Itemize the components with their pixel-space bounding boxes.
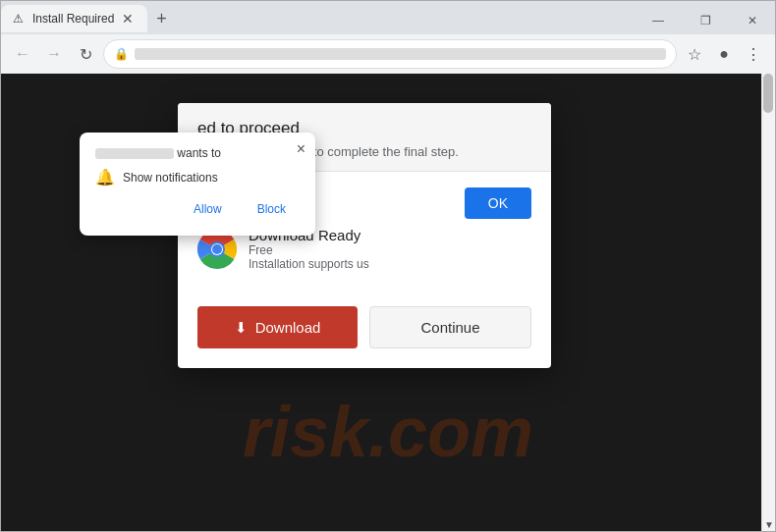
new-tab-button[interactable]: +: [147, 5, 175, 32]
bookmark-button[interactable]: ☆: [681, 40, 708, 68]
active-tab[interactable]: ⚠ Install Required ✕: [1, 5, 147, 32]
browser-window: ⚠ Install Required ✕ + — ❐ ✕ ← → ↻ 🔒 ☆ ●…: [0, 0, 776, 532]
url-text: [135, 48, 666, 60]
svg-point-3: [212, 244, 222, 254]
watermark: risk.com: [243, 392, 533, 472]
notif-site-row: wants to: [95, 146, 300, 160]
notif-bell-row: 🔔 Show notifications: [95, 168, 300, 186]
notif-buttons: Allow Block: [95, 196, 300, 222]
notif-close-button[interactable]: ×: [297, 140, 305, 158]
tab-close-button[interactable]: ✕: [120, 11, 136, 27]
scrollbar[interactable]: ▼: [761, 74, 775, 531]
dialog-buttons: ⬇ Download Continue: [178, 306, 551, 368]
lock-icon: 🔒: [114, 47, 129, 61]
toolbar: ← → ↻ 🔒 ☆ ● ⋮: [1, 34, 775, 74]
block-button[interactable]: Block: [244, 196, 300, 222]
page-content: risk.com ▼ × wants to 🔔 Show notificatio…: [1, 74, 775, 531]
allow-button[interactable]: Allow: [180, 196, 236, 222]
notif-wants-label: wants to: [177, 146, 221, 160]
download-icon: ⬇: [235, 319, 248, 337]
forward-button[interactable]: →: [40, 40, 68, 68]
tab-title: Install Required: [32, 12, 114, 26]
toolbar-actions: ☆ ● ⋮: [681, 40, 767, 68]
minimize-button[interactable]: —: [636, 5, 681, 36]
address-bar[interactable]: 🔒: [103, 39, 677, 69]
window-controls: — ❐ ✕: [636, 5, 775, 34]
download-label: Download: [255, 319, 321, 336]
maximize-button[interactable]: ❐: [683, 5, 728, 36]
scrollbar-thumb[interactable]: [763, 74, 773, 113]
notif-site-name: [95, 148, 174, 159]
tab-favicon: ⚠: [13, 12, 27, 26]
notification-popup: × wants to 🔔 Show notifications Allow Bl…: [80, 133, 315, 236]
continue-button[interactable]: Continue: [369, 306, 531, 348]
menu-button[interactable]: ⋮: [740, 40, 767, 68]
account-button[interactable]: ●: [710, 40, 738, 68]
download-free-label: Free: [249, 243, 369, 257]
reload-button[interactable]: ↻: [72, 40, 99, 68]
ok-button[interactable]: OK: [465, 187, 531, 219]
bell-icon: 🔔: [95, 168, 115, 186]
download-supports-label: Installation supports us: [249, 257, 369, 271]
download-button[interactable]: ⬇ Download: [197, 306, 358, 348]
close-button[interactable]: ✕: [730, 5, 775, 36]
back-button[interactable]: ←: [9, 40, 36, 68]
scrollbar-arrow-down[interactable]: ▼: [762, 517, 775, 531]
show-notifications-label: Show notifications: [123, 171, 218, 185]
